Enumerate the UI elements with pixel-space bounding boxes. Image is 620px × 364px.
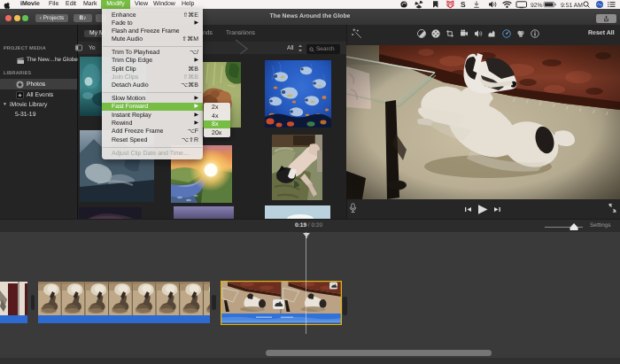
svg-text:S: S [461, 0, 466, 9]
svg-text:9:51 AM: 9:51 AM [561, 3, 583, 9]
svg-text:92%: 92% [531, 3, 543, 9]
